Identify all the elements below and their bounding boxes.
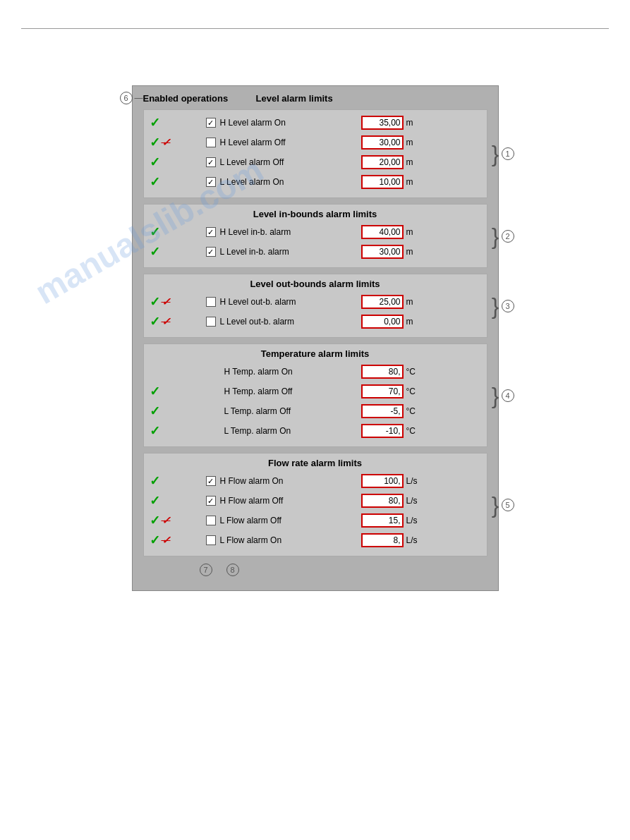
bracket-level-inbounds: }2 [492, 225, 514, 248]
cross-icon-level-outbounds-1: ✓ [162, 315, 171, 328]
alarm-row-temperature-3: ✓L Temp. alarm On°C [150, 422, 481, 439]
checkbox-level-outbounds-0[interactable] [206, 297, 216, 307]
circle-7: 7 [200, 564, 212, 576]
checkbox-flow-rate-3[interactable] [206, 535, 216, 545]
value-input-level-outbounds-1[interactable] [361, 315, 404, 329]
unit-label-level-inbounds-1: m [406, 247, 413, 257]
checkbox-flow-rate-1[interactable] [206, 496, 216, 506]
checkbox-level-alarm-3[interactable] [206, 177, 216, 187]
unit-label-flow-rate-0: L/s [406, 476, 418, 486]
enabled-col-flow-rate-1: ✓ [150, 494, 206, 507]
value-col-level-alarm-3: m [361, 175, 413, 189]
label-col-temperature-3: L Temp. alarm On [206, 426, 361, 436]
value-input-temperature-3[interactable] [361, 424, 404, 438]
value-input-level-inbounds-0[interactable] [361, 225, 404, 239]
checkmark-icon-flow-rate-0: ✓ [150, 475, 160, 487]
value-input-flow-rate-1[interactable] [361, 494, 404, 508]
enabled-col-flow-rate-2: ✓✓ [150, 514, 206, 527]
enabled-col-level-outbounds-1: ✓✓ [150, 315, 206, 328]
checkmark-icon-level-outbounds-1: ✓ [150, 315, 160, 328]
label-col-temperature-1: H Temp. alarm Off [206, 386, 361, 396]
checkmark-icon-level-alarm-3: ✓ [150, 176, 160, 188]
value-input-level-alarm-2[interactable] [361, 155, 404, 169]
value-input-level-alarm-1[interactable] [361, 135, 404, 150]
enabled-col-flow-rate-3: ✓✓ [150, 534, 206, 547]
value-input-level-outbounds-0[interactable] [361, 295, 404, 309]
alarm-row-level-inbounds-1: ✓L Level in-b. alarmm [150, 243, 481, 260]
enabled-col-level-alarm-0: ✓ [150, 116, 206, 129]
label-col-flow-rate-3: L Flow alarm On [206, 535, 361, 545]
dash-6: — [135, 93, 143, 103]
outer-wrapper: 6 — Enabled operations Level alarm limit… [132, 85, 499, 591]
circle-6: 6 [120, 92, 133, 104]
label-col-level-inbounds-0: H Level in-b. alarm [206, 227, 361, 237]
value-input-level-alarm-3[interactable] [361, 175, 404, 189]
enabled-col-level-inbounds-1: ✓ [150, 245, 206, 258]
value-input-flow-rate-3[interactable] [361, 533, 404, 547]
value-col-temperature-1: °C [361, 384, 416, 398]
checkmark-icon-temperature-3: ✓ [150, 425, 160, 437]
bracket-level-outbounds: }3 [492, 295, 514, 317]
section-body-flow-rate: Flow rate alarm limits✓H Flow alarm OnL/… [143, 453, 487, 556]
checkbox-level-alarm-0[interactable] [206, 118, 216, 128]
checkmark-icon-temperature-2: ✓ [150, 405, 160, 418]
alarm-label-level-alarm-2: L Level alarm Off [220, 157, 284, 167]
label-col-level-outbounds-0: H Level out-b. alarm [206, 297, 361, 307]
value-input-temperature-0[interactable] [361, 365, 404, 379]
value-input-temperature-1[interactable] [361, 384, 404, 398]
enabled-col-temperature-1: ✓ [150, 385, 206, 398]
unit-label-level-alarm-1: m [406, 138, 413, 147]
value-col-flow-rate-2: L/s [361, 513, 418, 528]
alarm-row-level-alarm-1: ✓✓H Level alarm Offm [150, 134, 481, 151]
value-input-level-inbounds-1[interactable] [361, 245, 404, 259]
unit-label-level-alarm-2: m [406, 157, 413, 167]
alarm-row-flow-rate-1: ✓H Flow alarm OffL/s [150, 492, 481, 509]
value-input-flow-rate-2[interactable] [361, 513, 404, 528]
unit-label-level-inbounds-0: m [406, 227, 413, 237]
unit-label-flow-rate-2: L/s [406, 516, 418, 525]
checkbox-level-alarm-1[interactable] [206, 138, 216, 147]
value-col-level-outbounds-0: m [361, 295, 413, 309]
checkmark-icon-level-alarm-2: ✓ [150, 156, 160, 169]
unit-label-level-alarm-3: m [406, 177, 413, 187]
checkbox-flow-rate-0[interactable] [206, 476, 216, 486]
section-title-flow-rate: Flow rate alarm limits [150, 458, 481, 468]
value-input-level-alarm-0[interactable] [361, 116, 404, 130]
checkmark-icon-level-outbounds-0: ✓ [150, 296, 160, 308]
checkbox-level-inbounds-0[interactable] [206, 227, 216, 237]
checkmark-icon-level-alarm-0: ✓ [150, 116, 160, 129]
alarm-row-flow-rate-3: ✓✓L Flow alarm OnL/s [150, 532, 481, 549]
value-input-temperature-2[interactable] [361, 404, 404, 418]
value-col-level-alarm-0: m [361, 116, 413, 130]
checkbox-flow-rate-2[interactable] [206, 516, 216, 525]
enabled-col-level-alarm-3: ✓ [150, 176, 206, 188]
unit-label-level-outbounds-1: m [406, 317, 413, 327]
section-title-level-inbounds: Level in-bounds alarm limits [150, 209, 481, 219]
alarm-label-temperature-1: H Temp. alarm Off [224, 386, 293, 396]
section-body-temperature: Temperature alarm limitsH Temp. alarm On… [143, 343, 487, 447]
section-level-outbounds: Level out-bounds alarm limits✓✓H Level o… [143, 274, 487, 338]
checkbox-level-inbounds-1[interactable] [206, 247, 216, 257]
enabled-col-level-inbounds-0: ✓ [150, 226, 206, 238]
label-col-temperature-0: H Temp. alarm On [206, 367, 361, 377]
checkmark-icon-flow-rate-3: ✓ [150, 534, 160, 547]
alarm-label-flow-rate-3: L Flow alarm On [220, 535, 282, 545]
enabled-col-flow-rate-0: ✓ [150, 475, 206, 487]
value-input-flow-rate-0[interactable] [361, 474, 404, 488]
section-temperature: Temperature alarm limitsH Temp. alarm On… [143, 343, 487, 447]
main-panel: 6 — Enabled operations Level alarm limit… [132, 85, 499, 591]
cross-icon-level-alarm-1: ✓ [162, 136, 171, 149]
unit-label-level-outbounds-0: m [406, 297, 413, 307]
alarm-label-temperature-0: H Temp. alarm On [224, 367, 293, 377]
bracket-level-alarm: }1 [492, 142, 514, 165]
checkbox-level-outbounds-1[interactable] [206, 317, 216, 327]
alarm-label-level-inbounds-0: H Level in-b. alarm [220, 227, 291, 237]
unit-label-flow-rate-1: L/s [406, 496, 418, 506]
section-flow-rate: Flow rate alarm limits✓H Flow alarm OnL/… [143, 453, 487, 556]
section-title-temperature: Temperature alarm limits [150, 348, 481, 359]
checkmark-icon-level-alarm-1: ✓ [150, 136, 160, 149]
enabled-col-level-alarm-1: ✓✓ [150, 136, 206, 149]
checkbox-level-alarm-2[interactable] [206, 157, 216, 167]
footnote-7: 7 [200, 564, 212, 576]
footnote-8: 8 [226, 564, 239, 576]
